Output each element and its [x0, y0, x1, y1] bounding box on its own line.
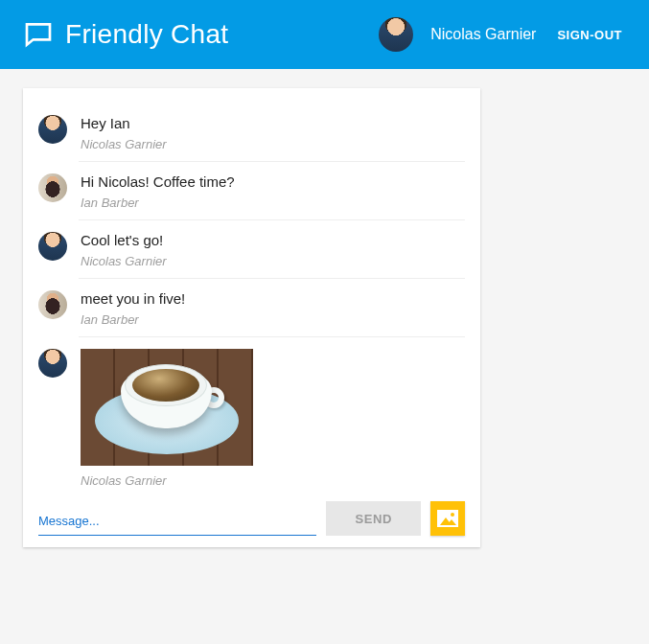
- current-user-name: Nicolas Garnier: [430, 26, 536, 43]
- current-user-avatar[interactable]: [379, 17, 413, 52]
- message-author: Ian Barber: [81, 196, 465, 210]
- sign-out-button[interactable]: SIGN-OUT: [553, 20, 626, 50]
- image-icon: [437, 510, 458, 527]
- app-header: Friendly Chat Nicolas Garnier SIGN-OUT: [0, 0, 649, 69]
- message-text: Hi Nicolas! Coffee time?: [81, 173, 465, 190]
- composer-row: Message... SEND: [38, 501, 465, 536]
- message-avatar: [38, 173, 67, 202]
- chat-card: Hey IanNicolas GarnierHi Nicolas! Coffee…: [23, 88, 480, 547]
- message-item: Cool let's go!Nicolas Garnier: [38, 220, 465, 278]
- message-author: Ian Barber: [81, 312, 465, 327]
- message-author: Nicolas Garnier: [81, 137, 465, 151]
- header-left: Friendly Chat: [23, 19, 228, 50]
- send-button[interactable]: SEND: [326, 501, 421, 536]
- message-input[interactable]: [38, 512, 316, 536]
- message-item: Hi Nicolas! Coffee time?Ian Barber: [38, 162, 465, 219]
- message-avatar: [38, 115, 67, 144]
- message-item: Nicolas Garnier: [38, 337, 465, 497]
- message-item: Hey IanNicolas Garnier: [38, 104, 465, 161]
- message-text: meet you in five!: [81, 290, 465, 307]
- message-avatar: [38, 232, 67, 261]
- message-avatar: [38, 349, 67, 378]
- message-author: Nicolas Garnier: [81, 473, 465, 488]
- messages-list: Hey IanNicolas GarnierHi Nicolas! Coffee…: [38, 104, 465, 497]
- message-body: meet you in five!Ian Barber: [81, 290, 465, 327]
- upload-image-button[interactable]: [430, 501, 465, 536]
- message-body: Hi Nicolas! Coffee time?Ian Barber: [81, 173, 465, 210]
- message-input-wrap: Message...: [38, 512, 316, 536]
- message-body: Cool let's go!Nicolas Garnier: [81, 232, 465, 268]
- message-text: Hey Ian: [81, 115, 465, 131]
- message-body: Hey IanNicolas Garnier: [81, 115, 465, 151]
- message-item: meet you in five!Ian Barber: [38, 279, 465, 336]
- header-right: Nicolas Garnier SIGN-OUT: [379, 17, 626, 52]
- message-image[interactable]: [81, 349, 253, 466]
- message-text: Cool let's go!: [81, 232, 465, 248]
- message-author: Nicolas Garnier: [81, 254, 465, 268]
- chat-bubble-icon: [23, 19, 54, 50]
- app-title: Friendly Chat: [65, 19, 228, 50]
- message-avatar: [38, 290, 67, 319]
- message-body: Nicolas Garnier: [81, 349, 465, 488]
- main-area: Hey IanNicolas GarnierHi Nicolas! Coffee…: [0, 69, 649, 566]
